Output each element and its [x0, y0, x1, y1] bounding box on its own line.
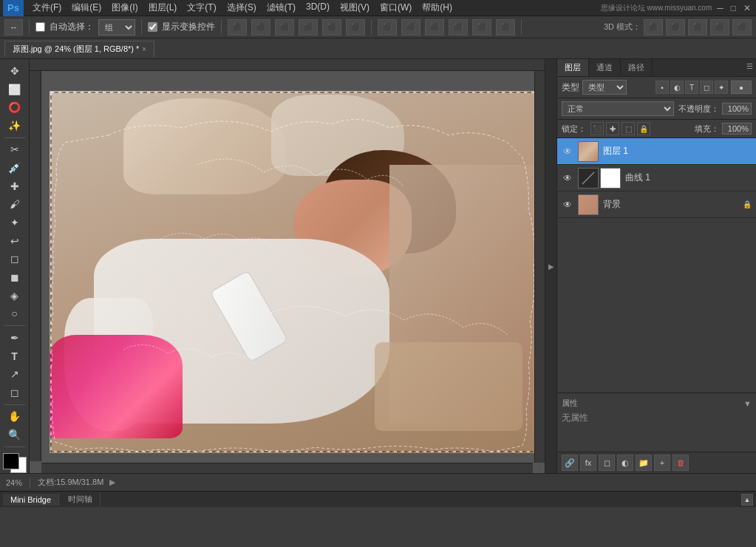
hand-tool[interactable]: ✋: [3, 408, 27, 426]
minimize-button[interactable]: ─: [715, 3, 726, 13]
link-layers-btn[interactable]: 🔗: [562, 455, 578, 471]
auto-select-dropdown[interactable]: 组: [98, 19, 135, 35]
path-tool[interactable]: ↗: [3, 365, 27, 383]
move-tool-options[interactable]: ↔: [4, 19, 23, 35]
lock-position-btn[interactable]: ✚: [606, 122, 619, 135]
kind-select[interactable]: 类型: [582, 80, 627, 95]
3d-btn4[interactable]: ⬛: [710, 19, 729, 35]
tab-paths[interactable]: 路径: [621, 59, 653, 76]
close-button[interactable]: ✕: [741, 3, 753, 13]
bottom-expand-btn[interactable]: ▲: [741, 494, 753, 506]
align-left-btn[interactable]: ⬛: [228, 19, 247, 35]
dodge-tool[interactable]: ○: [3, 305, 27, 323]
magic-wand-tool[interactable]: ✨: [3, 117, 27, 135]
new-adj-btn[interactable]: ◐: [617, 455, 633, 471]
scrollbar-vertical[interactable]: [534, 71, 545, 463]
gradient-tool[interactable]: ◼: [3, 268, 27, 286]
filter-pixel-btn[interactable]: ▪: [655, 81, 669, 94]
menu-edit[interactable]: 编辑(E): [67, 0, 106, 16]
scrollbar-horizontal[interactable]: [41, 463, 533, 473]
menu-3d[interactable]: 3D(D): [302, 0, 334, 16]
menu-image[interactable]: 图像(I): [107, 0, 142, 16]
blur-tool[interactable]: ◈: [3, 287, 27, 305]
lock-all-btn[interactable]: 🔒: [637, 122, 650, 135]
history-tool[interactable]: ↩: [3, 232, 27, 250]
bottom-tab-mini-bridge[interactable]: Mini Bridge: [3, 494, 59, 506]
layer-bg-visibility[interactable]: 👁: [562, 199, 573, 211]
pen-tool[interactable]: ✒: [3, 329, 27, 347]
crop-tool[interactable]: ✂: [3, 141, 27, 159]
lock-pixels-btn[interactable]: ⬛: [590, 122, 604, 135]
healing-tool[interactable]: ✚: [3, 177, 27, 195]
panel-menu-button[interactable]: ☰: [743, 59, 756, 76]
3d-btn3[interactable]: ⬛: [688, 19, 707, 35]
layer-item-1[interactable]: 👁 图层 1: [557, 138, 756, 165]
filter-shape-btn[interactable]: ◻: [700, 81, 713, 94]
tab-channels[interactable]: 通道: [589, 59, 621, 76]
3d-btn5[interactable]: ⬛: [732, 19, 752, 35]
filter-icons: ▪ ◐ T ◻ ✦: [655, 81, 728, 94]
right-panel-collapse[interactable]: ▶: [545, 59, 556, 473]
layer-bg-name: 背景: [603, 198, 738, 211]
distribute-btn6[interactable]: ⬛: [496, 19, 515, 35]
layer-item-background[interactable]: 👁 背景 🔒: [557, 191, 756, 218]
align-top-btn[interactable]: ⬛: [299, 19, 318, 35]
fx-btn[interactable]: fx: [580, 455, 596, 471]
opacity-input[interactable]: 100%: [722, 103, 752, 115]
menu-view[interactable]: 视图(V): [336, 0, 374, 16]
filter-smart-btn[interactable]: ✦: [715, 81, 728, 94]
menu-select[interactable]: 选择(S): [222, 0, 261, 16]
tab-close-button[interactable]: ×: [142, 45, 146, 53]
marquee-tool[interactable]: ⬜: [3, 81, 27, 98]
properties-collapse-icon[interactable]: ▼: [743, 399, 752, 408]
align-middle-btn[interactable]: ⬛: [322, 19, 341, 35]
layer-item-curves[interactable]: 👁 曲线 1: [557, 165, 756, 191]
auto-select-checkbox[interactable]: [35, 22, 45, 32]
restore-button[interactable]: □: [729, 3, 738, 13]
blend-mode-select[interactable]: 正常: [562, 101, 674, 116]
lock-art-btn[interactable]: ⬚: [622, 122, 635, 135]
menu-file[interactable]: 文件(F): [28, 0, 66, 16]
layer-1-visibility[interactable]: 👁: [562, 146, 573, 157]
menu-layer[interactable]: 图层(L): [144, 0, 182, 16]
eraser-tool[interactable]: ◻: [3, 251, 27, 268]
shape-tool[interactable]: ◻: [3, 384, 27, 401]
menu-help[interactable]: 帮助(H): [418, 0, 457, 16]
distribute-btn3[interactable]: ⬛: [425, 19, 444, 35]
document-tab-active[interactable]: 原图.jpg @ 24% (图层 1, RGB/8*) * ×: [4, 41, 154, 57]
filter-toggle-btn[interactable]: ●: [731, 81, 752, 94]
distribute-btn2[interactable]: ⬛: [401, 19, 420, 35]
distribute-btn4[interactable]: ⬛: [449, 19, 468, 35]
clone-tool[interactable]: ✦: [3, 214, 27, 231]
add-mask-btn[interactable]: ◻: [599, 455, 615, 471]
lasso-tool[interactable]: ⭕: [3, 98, 27, 116]
align-center-btn[interactable]: ⬛: [251, 19, 270, 35]
menu-text[interactable]: 文字(T): [183, 0, 220, 16]
status-expand-btn[interactable]: ▶: [109, 478, 115, 487]
filter-text-btn[interactable]: T: [685, 81, 698, 94]
type-tool[interactable]: T: [3, 347, 27, 365]
fill-input[interactable]: [722, 123, 752, 135]
foreground-color-box[interactable]: [3, 453, 19, 469]
new-layer-btn[interactable]: +: [654, 455, 670, 471]
menu-filter[interactable]: 滤镜(T): [262, 0, 300, 16]
distribute-btn1[interactable]: ⬛: [378, 19, 397, 35]
zoom-tool[interactable]: 🔍: [3, 426, 27, 444]
brush-tool[interactable]: 🖌: [3, 196, 27, 214]
opacity-label: 不透明度：: [678, 103, 719, 115]
distribute-btn5[interactable]: ⬛: [472, 19, 491, 35]
eyedropper-tool[interactable]: 💉: [3, 159, 27, 177]
delete-layer-btn[interactable]: 🗑: [672, 455, 689, 471]
move-tool[interactable]: ✥: [3, 62, 27, 80]
filter-adj-btn[interactable]: ◐: [670, 81, 684, 94]
align-bottom-btn[interactable]: ⬛: [346, 19, 365, 35]
3d-btn1[interactable]: ⬛: [644, 19, 663, 35]
layer-curves-visibility[interactable]: 👁: [562, 172, 573, 184]
align-right-btn[interactable]: ⬛: [275, 19, 294, 35]
3d-btn2[interactable]: ⬛: [666, 19, 685, 35]
new-group-btn[interactable]: 📁: [636, 455, 652, 471]
menu-window[interactable]: 窗口(W): [375, 0, 416, 16]
tab-layers[interactable]: 图层: [557, 59, 589, 76]
bottom-tab-timeline[interactable]: 时间轴: [61, 492, 101, 506]
show-transform-checkbox[interactable]: [148, 22, 157, 32]
